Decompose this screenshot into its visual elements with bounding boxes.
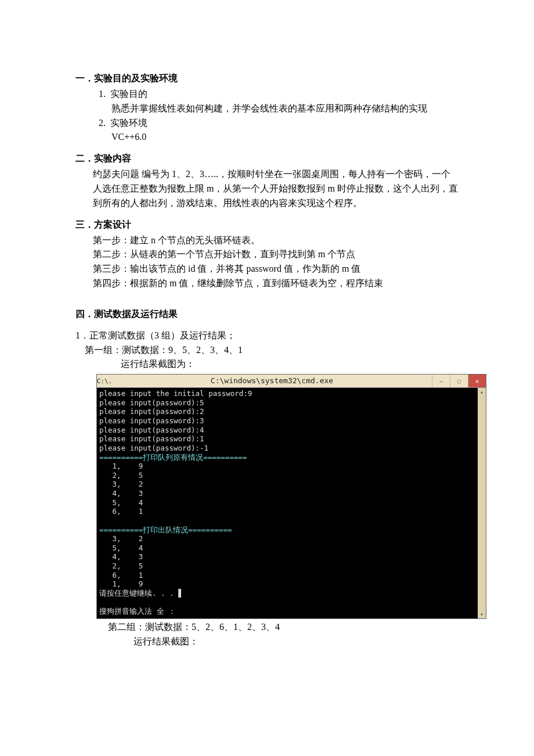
cmd-body: please input the initial password:9 plea… bbox=[97, 388, 478, 618]
step-3: 第三步：输出该节点的 id 值，并将其 password 值，作为新的 m 值 bbox=[75, 262, 459, 276]
cmd-body-wrap: please input the initial password:9 plea… bbox=[97, 388, 486, 618]
cmd-window: C:\. C:\windows\system32\cmd.exe please … bbox=[96, 374, 486, 619]
cmd-table2: 3, 2 5, 4 4, 3 2, 5 6, 1 1, 9 bbox=[99, 534, 143, 588]
title-2: 实验环境 bbox=[110, 118, 147, 128]
num-1: 1. bbox=[99, 89, 106, 99]
section-three: 三．方案设计 第一步：建立 n 个节点的无头循环链表。 第二步：从链表的第一个节… bbox=[75, 219, 459, 291]
test-intro: 1．正常测试数据（3 组）及运行结果； bbox=[75, 329, 459, 343]
cmd-ime-status: 搜狗拼音输入法 全 ： bbox=[99, 607, 176, 615]
cmd-table1: 1, 9 2, 5 3, 2 4, 3 5, 4 6, 1 bbox=[99, 462, 143, 516]
section-one: 一．实验目的及实验环境 1. 实验目的 熟悉并掌握线性表如何构建，并学会线性表的… bbox=[75, 73, 459, 145]
heading-three: 三．方案设计 bbox=[75, 219, 459, 231]
minimize-button[interactable] bbox=[432, 375, 450, 387]
body-two: 约瑟夫问题 编号为 1、2、3…..，按顺时针坐在一张圆桌周围，每人持有一个密码… bbox=[75, 167, 459, 210]
step-4: 第四步：根据新的 m 值，继续删除节点，直到循环链表为空，程序结束 bbox=[75, 276, 459, 291]
maximize-button[interactable] bbox=[450, 375, 468, 387]
cmd-icon: C:\. bbox=[97, 375, 112, 387]
heading-two: 二．实验内容 bbox=[75, 153, 459, 165]
step-1: 第一步：建立 n 个节点的无头循环链表。 bbox=[75, 233, 459, 248]
cmd-title: C:\windows\system32\cmd.exe bbox=[112, 375, 432, 387]
item-1: 1. 实验目的 熟悉并掌握线性表如何构建，并学会线性表的基本应用和两种存储结构的… bbox=[75, 87, 459, 116]
cmd-input-lines: please input the initial password:9 plea… bbox=[99, 389, 252, 452]
cmd-titlebar: C:\. C:\windows\system32\cmd.exe bbox=[97, 375, 486, 388]
cmd-banner1: ==========打印队列原有情况========== bbox=[99, 453, 247, 462]
body-2: VC++6.0 bbox=[99, 130, 459, 145]
group1-data: 第一组：测试数据：9、5、2、3、4、1 bbox=[75, 343, 459, 358]
group2-data: 第二组：测试数据：5、2、6、1、2、3、4 bbox=[75, 620, 459, 635]
group2-caption: 运行结果截图： bbox=[75, 635, 459, 649]
scroll-down-icon[interactable]: ▾ bbox=[478, 610, 486, 618]
window-buttons bbox=[432, 375, 486, 387]
close-button[interactable] bbox=[468, 375, 486, 387]
cmd-press-any-key: 请按任意键继续. . . ▋ bbox=[99, 589, 183, 597]
title-1: 实验目的 bbox=[110, 89, 147, 99]
item-2: 2. 实验环境 VC++6.0 bbox=[75, 116, 459, 145]
scroll-up-icon[interactable]: ▴ bbox=[478, 388, 486, 396]
document-page: 一．实验目的及实验环境 1. 实验目的 熟悉并掌握线性表如何构建，并学会线性表的… bbox=[0, 0, 534, 756]
scrollbar[interactable]: ▴ ▾ bbox=[478, 388, 486, 618]
body-1: 熟悉并掌握线性表如何构建，并学会线性表的基本应用和两种存储结构的实现 bbox=[99, 102, 459, 116]
step-2: 第二步：从链表的第一个节点开始计数，直到寻找到第 m 个节点 bbox=[75, 247, 459, 262]
heading-one: 一．实验目的及实验环境 bbox=[75, 73, 459, 85]
section-two: 二．实验内容 约瑟夫问题 编号为 1、2、3…..，按顺时针坐在一张圆桌周围，每… bbox=[75, 153, 459, 210]
cmd-banner2: ==========打印出队情况========== bbox=[99, 525, 232, 534]
section-four: 四．测试数据及运行结果 1．正常测试数据（3 组）及运行结果； 第一组：测试数据… bbox=[75, 308, 459, 649]
heading-four: 四．测试数据及运行结果 bbox=[75, 308, 459, 321]
group1-caption: 运行结果截图为： bbox=[75, 357, 459, 372]
num-2: 2. bbox=[99, 118, 106, 128]
